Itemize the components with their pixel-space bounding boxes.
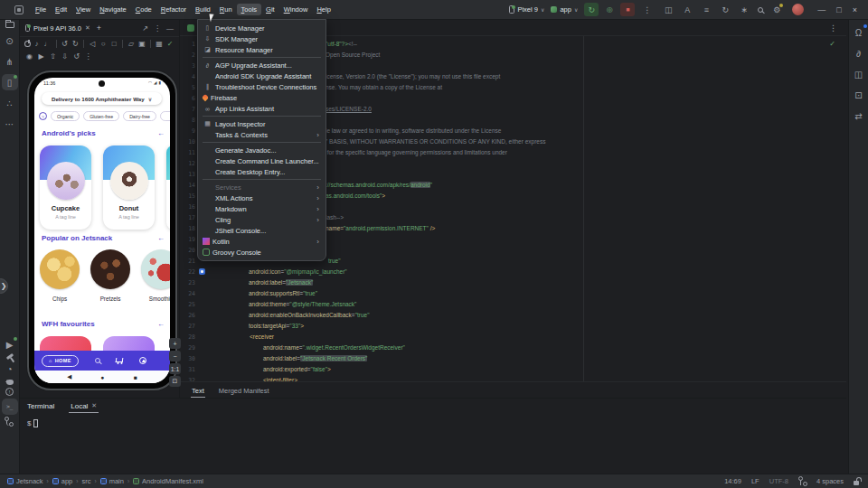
home-button[interactable]: ○ <box>99 39 108 49</box>
restore-button[interactable]: ↺ <box>71 52 81 61</box>
zoom-out-button[interactable]: − <box>169 351 181 361</box>
close-button[interactable]: × <box>853 5 857 14</box>
search-icon[interactable] <box>95 358 100 363</box>
run-config-selector[interactable]: app ∨ <box>551 5 578 14</box>
device-mirroring-icon[interactable]: ◫ <box>663 5 674 15</box>
volume-down-button[interactable]: ♩ <box>43 39 52 49</box>
menu-git[interactable]: Git <box>261 4 279 16</box>
editor-tab-merged-manifest[interactable]: Merged Manifest <box>218 383 270 397</box>
snack-card-cupcake[interactable]: CupcakeA tag line <box>40 145 91 230</box>
close-tab-icon[interactable]: ✕ <box>85 24 90 32</box>
arrow-left-icon[interactable]: ← <box>157 129 165 137</box>
logcat-icon[interactable] <box>6 380 14 385</box>
menu-item-cling[interactable]: Cling› <box>198 214 326 225</box>
indent-widget[interactable]: 4 spaces <box>816 477 844 485</box>
menu-item-app-links-assistant[interactable]: ∞App Links Assistant <box>198 103 326 114</box>
menu-run[interactable]: Run <box>215 4 237 16</box>
open-in-window-icon[interactable]: ↗ <box>142 24 148 33</box>
emulator-tab-label[interactable]: Pixel 9 API 36.0 <box>33 24 81 33</box>
filters-icon[interactable]: ≈ <box>39 112 47 120</box>
menu-item-firebase[interactable]: Firebase <box>198 92 326 103</box>
device-explorer-icon[interactable]: ∴ <box>2 95 18 111</box>
structure-icon[interactable]: ⋔ <box>2 53 18 70</box>
terminal-tab-local[interactable]: Local ✕ <box>69 400 99 413</box>
menu-item-tasks-contexts[interactable]: Tasks & Contexts› <box>198 129 326 140</box>
device-selector[interactable]: Pixel 9 ∨ <box>509 5 544 14</box>
menu-item-sdk-manager[interactable]: ⇩SDK Manager <box>198 33 326 44</box>
volume-up-button[interactable]: ♪ <box>33 39 42 49</box>
menu-window[interactable]: Window <box>279 4 313 16</box>
menu-item-generate-javadoc[interactable]: Generate Javadoc... <box>198 145 326 155</box>
camera-button[interactable]: ◉ <box>24 52 34 61</box>
record-button[interactable]: ▶ <box>36 52 46 61</box>
back-button[interactable]: ◁ <box>88 39 97 49</box>
stripe-reveal-button[interactable]: ❯ <box>0 278 8 294</box>
line-separator-widget[interactable]: LF <box>751 477 760 485</box>
menu-item-groovy-console[interactable]: Groovy Console <box>198 247 326 258</box>
gemini-chat-icon[interactable]: ⊡ <box>851 87 867 103</box>
zoom-reset-button[interactable]: 1:1 <box>169 363 181 374</box>
menu-item-agp-upgrade-assistant[interactable]: ∂AGP Upgrade Assistant... <box>198 60 326 70</box>
menu-item-android-sdk-upgrade-assistant[interactable]: Android SDK Upgrade Assistant <box>198 70 326 81</box>
device-streaming-icon[interactable]: ⇄ <box>851 108 867 124</box>
phone-screen[interactable]: 11:36 ◠ ◢ ▮ Delivery to 1600 Amphitheate… <box>34 78 170 383</box>
popular-item-smoothie[interactable]: Smoothie <box>141 249 170 302</box>
hide-panel-icon[interactable]: — <box>166 24 174 33</box>
device-ok-icon[interactable]: ✓ <box>165 39 175 49</box>
upload-button[interactable]: ⇧ <box>48 52 58 61</box>
todo-list-icon[interactable]: ≡ <box>701 5 712 15</box>
more-actions-icon[interactable]: ⋮ <box>641 5 653 14</box>
gradle-icon[interactable]: ∂ <box>851 45 867 61</box>
commit-icon[interactable]: ⊙ <box>2 33 18 49</box>
filter-chip-dairy-free[interactable]: Dairy-free <box>123 111 156 121</box>
menu-item-jshell-console[interactable]: JShell Console... <box>198 225 326 236</box>
breadcrumb-main[interactable]: main <box>100 477 124 485</box>
problems-icon[interactable]: ! <box>5 388 14 396</box>
settings-icon[interactable]: ⚙ <box>771 5 782 15</box>
build-tool-icon[interactable] <box>5 353 13 360</box>
arrow-left-icon[interactable]: ← <box>157 320 165 328</box>
home-tab[interactable]: ⌂ HOME <box>42 355 79 367</box>
code-assist-icon[interactable]: A <box>682 5 693 15</box>
download-button[interactable]: ⇩ <box>60 52 70 61</box>
menu-navigate[interactable]: Navigate <box>95 4 131 16</box>
breadcrumb-jetsnack[interactable]: Jetsnack <box>7 477 43 485</box>
account-icon[interactable] <box>139 357 146 364</box>
lock-icon[interactable] <box>854 481 859 485</box>
home-nav-icon[interactable]: ● <box>101 374 105 380</box>
app-logo-icon[interactable] <box>14 5 24 14</box>
menu-refactor[interactable]: Refactor <box>156 4 191 16</box>
emulator-more-button[interactable]: ⋮ <box>83 52 93 61</box>
snack-card-donut[interactable]: DonutA tag line <box>103 145 155 230</box>
launcher-icon-preview[interactable] <box>199 268 205 275</box>
power-button[interactable] <box>24 41 31 47</box>
menu-item-troubleshoot-device-connections[interactable]: ∥Troubleshoot Device Connections <box>198 81 326 92</box>
popular-item-chips[interactable]: Chips <box>40 249 80 302</box>
menu-item-create-command-line-launcher[interactable]: Create Command Line Launcher... <box>198 155 326 166</box>
fit-screen-button[interactable]: ⊡ <box>169 376 181 387</box>
snapshots-button[interactable]: ▦ <box>155 39 164 49</box>
more-tool-windows-icon[interactable]: ⋯ <box>2 116 18 132</box>
minimize-button[interactable]: — <box>817 5 826 14</box>
delivery-address-selector[interactable]: Delivery to 1600 Amphitheater Way ∨ <box>42 92 162 105</box>
menu-item-layout-inspector[interactable]: ▦Layout Inspector <box>198 118 326 129</box>
profiler-tool-icon[interactable]: ◔ <box>2 361 18 377</box>
profiler-button[interactable]: ◎ <box>602 3 617 16</box>
git-branch-icon[interactable] <box>800 477 807 485</box>
fold-button[interactable]: ▱ <box>127 39 136 49</box>
menu-item-kotlin[interactable]: Kotlin› <box>198 236 326 247</box>
sync-icon[interactable]: ↻ <box>720 5 731 15</box>
user-avatar[interactable] <box>792 4 804 15</box>
maximize-button[interactable]: □ <box>836 5 841 14</box>
menu-item-device-manager[interactable]: ▯Device Manager <box>198 23 326 33</box>
menu-code[interactable]: Code <box>131 4 156 16</box>
close-tab-icon[interactable]: ✕ <box>91 402 97 409</box>
overview-button[interactable]: □ <box>109 39 118 49</box>
device-manager-icon[interactable]: ◫ <box>851 66 867 82</box>
breadcrumb-androidmanifest-xml[interactable]: AndroidManifest.xml <box>133 477 203 485</box>
gemini-icon[interactable]: ∗ <box>739 5 750 15</box>
cart-icon[interactable] <box>116 358 124 362</box>
menu-tools[interactable]: Tools <box>237 4 262 16</box>
editor-tab-text[interactable]: Text <box>191 383 205 398</box>
version-control-icon[interactable] <box>6 418 13 426</box>
